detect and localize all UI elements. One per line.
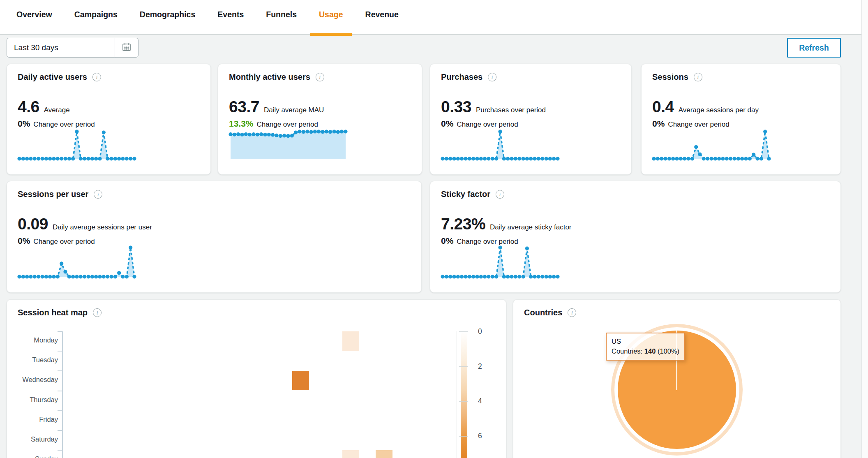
heatmap-day-label: Friday xyxy=(7,416,58,423)
sparkline-chart xyxy=(15,238,139,282)
heatmap-color-scale xyxy=(461,331,467,458)
metric-value: 63.7 xyxy=(229,98,259,116)
heatmap-cell[interactable] xyxy=(292,371,309,390)
heatmap-axis-tick xyxy=(58,370,62,371)
tab-campaigns[interactable]: Campaigns xyxy=(66,0,126,35)
heatmap-day-label: Wednesday xyxy=(7,376,58,384)
info-icon[interactable]: i xyxy=(496,190,504,199)
heatmap-day-label: Saturday xyxy=(7,435,58,443)
heatmap-axis-tick xyxy=(58,391,62,391)
card-title: Session heat map xyxy=(18,308,88,317)
info-icon[interactable]: i xyxy=(94,190,102,199)
scale-tick-label: 4 xyxy=(478,397,482,405)
sparkline-chart xyxy=(439,238,562,282)
tab-events[interactable]: Events xyxy=(209,0,252,35)
heatmap-day-label: Tuesday xyxy=(7,356,58,364)
card-sticky-factor: Sticky factor i 7.23% Daily average stic… xyxy=(430,181,841,293)
metric-value: 4.6 xyxy=(18,98,39,116)
scale-tick-label: 6 xyxy=(478,432,482,440)
heatmap-day-label: Monday xyxy=(7,336,58,344)
heatmap-axis-tick xyxy=(58,410,62,411)
card-title: Sessions xyxy=(652,72,688,82)
scale-tick xyxy=(459,401,468,402)
tab-revenue[interactable]: Revenue xyxy=(357,0,407,35)
card-title: Daily active users xyxy=(18,72,87,82)
card-title: Countries xyxy=(524,308,562,317)
scale-tick-label: 0 xyxy=(478,327,482,336)
tab-usage[interactable]: Usage xyxy=(310,0,352,35)
info-icon[interactable]: i xyxy=(694,73,702,81)
scale-tick xyxy=(459,436,468,437)
card-monthly-active-users: Monthly active users i 63.7 Daily averag… xyxy=(218,64,422,175)
heatmap-axis-tick xyxy=(58,351,62,352)
card-countries: Countries i US Countries: 140 (100%) xyxy=(513,299,841,458)
info-icon[interactable]: i xyxy=(92,73,101,81)
heatmap-y-axis xyxy=(62,331,63,458)
tab-overview[interactable]: Overview xyxy=(8,0,61,35)
card-purchases: Purchases i 0.33 Purchases over period 0… xyxy=(430,64,632,175)
info-icon[interactable]: i xyxy=(488,73,496,81)
card-title: Purchases xyxy=(441,72,482,82)
scale-tick xyxy=(459,366,468,367)
tab-strip: Overview Campaigns Demographics Events F… xyxy=(8,0,407,35)
metric-label: Daily average sessions per user xyxy=(53,223,152,231)
metric-value: 0.09 xyxy=(18,215,48,233)
metric-label: Daily average MAU xyxy=(264,106,324,114)
card-sessions: Sessions i 0.4 Average sessions per day … xyxy=(641,64,841,175)
tooltip-country: US xyxy=(612,336,679,346)
heatmap-axis-tick xyxy=(58,430,62,431)
heatmap-axis-tick xyxy=(58,331,62,332)
card-sessions-per-user: Sessions per user i 0.09 Daily average s… xyxy=(7,181,422,293)
refresh-button[interactable]: Refresh xyxy=(787,38,841,58)
card-title: Sticky factor xyxy=(441,190,490,199)
card-title: Sessions per user xyxy=(18,190,88,199)
date-range-input[interactable]: Last 30 days xyxy=(7,38,115,58)
heatmap-cell[interactable] xyxy=(342,331,359,351)
area-chart xyxy=(226,123,350,164)
scale-tick-label: 2 xyxy=(478,362,482,371)
metric-label: Average xyxy=(44,106,70,114)
info-icon[interactable]: i xyxy=(93,308,102,317)
scale-tick xyxy=(459,331,468,332)
card-daily-active-users: Daily active users i 4.6 Average 0% Chan… xyxy=(7,64,211,175)
info-icon[interactable]: i xyxy=(316,73,324,81)
sparkline-chart xyxy=(650,123,773,164)
tab-funnels[interactable]: Funnels xyxy=(257,0,305,35)
sparkline-chart xyxy=(15,123,139,164)
tab-demographics[interactable]: Demographics xyxy=(131,0,204,35)
heatmap-day-label: Sunday xyxy=(7,455,58,458)
heatmap-cell[interactable] xyxy=(376,450,392,458)
calendar-button[interactable] xyxy=(115,38,139,58)
heatmap-scale-axis xyxy=(457,331,457,458)
page-scrollbar[interactable] xyxy=(861,0,868,458)
card-title: Monthly active users xyxy=(229,72,310,82)
metric-value: 7.23% xyxy=(441,215,485,233)
pie-tooltip: US Countries: 140 (100%) xyxy=(606,333,685,361)
card-session-heat-map: Session heat map i MondayTuesdayWednesda… xyxy=(7,299,506,458)
metric-value: 0.33 xyxy=(441,98,471,116)
sparkline-chart xyxy=(439,123,562,164)
heatmap-day-label: Thursday xyxy=(7,396,58,404)
metric-label: Daily average sticky factor xyxy=(490,223,571,231)
info-icon[interactable]: i xyxy=(568,308,576,317)
calendar-icon xyxy=(122,42,132,53)
metric-label: Purchases over period xyxy=(476,106,546,114)
heatmap-cell[interactable] xyxy=(342,450,359,458)
top-tab-bar: Overview Campaigns Demographics Events F… xyxy=(0,0,868,35)
tooltip-metric: Countries: 140 (100%) xyxy=(612,346,679,356)
metric-value: 0.4 xyxy=(652,98,674,116)
metric-label: Average sessions per day xyxy=(679,106,759,114)
heatmap-axis-tick xyxy=(58,450,62,451)
date-range-control: Last 30 days xyxy=(7,38,139,58)
